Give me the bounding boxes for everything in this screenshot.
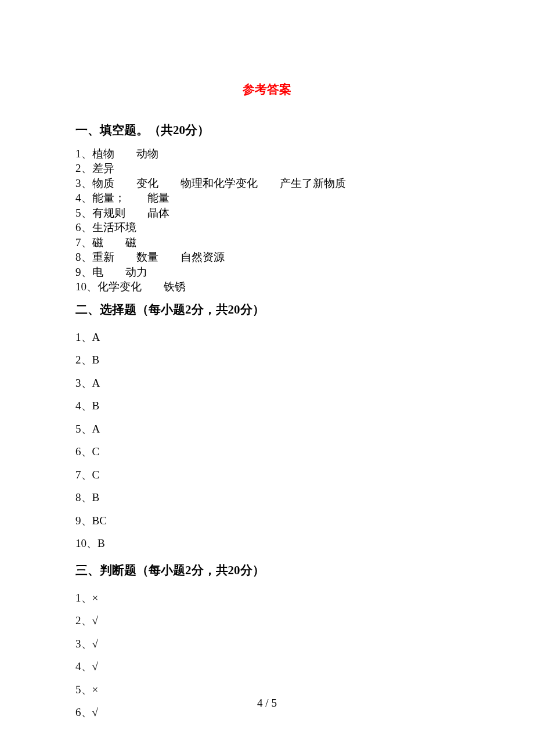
answer-item: 6、C [75,440,459,463]
answer-item: 9、BC [75,509,459,532]
answer-item: 2、√ [75,609,459,632]
section-fill-blank: 一、填空题。（共20分） 1、植物 动物 2、差异 3、物质 变化 物理和化学变… [75,122,459,294]
answer-item: 10、B [75,532,459,555]
answer-item: 5、有规则 晶体 [75,206,459,220]
answer-item: 4、√ [75,655,459,678]
answer-item: 9、电 动力 [75,265,459,279]
answer-item: 4、能量； 能量 [75,190,459,205]
page-number: 4 / 5 [0,697,534,710]
answer-item: 3、A [75,372,459,395]
section-header-2: 二、选择题（每小题2分，共20分） [75,301,459,318]
answer-item: 1、× [75,586,459,610]
answer-item: 10、化学变化 铁锈 [75,279,459,294]
section-header-1: 一、填空题。（共20分） [75,122,459,138]
answer-item: 7、磁 磁 [75,235,459,250]
answer-item: 6、生活环境 [75,220,459,235]
answer-item: 2、差异 [75,161,459,175]
answer-item: 2、B [75,348,459,372]
answer-item: 5、A [75,417,459,441]
answer-item: 1、植物 动物 [75,146,459,161]
answer-item: 1、A [75,326,459,349]
answer-item: 4、B [75,394,459,417]
section-choice: 二、选择题（每小题2分，共20分） 1、A 2、B 3、A 4、B 5、A 6、… [75,301,459,555]
section-header-3: 三、判断题（每小题2分，共20分） [75,562,459,578]
answer-item: 7、C [75,463,459,487]
page-title: 参考答案 [75,81,459,98]
document-page: 参考答案 一、填空题。（共20分） 1、植物 动物 2、差异 3、物质 变化 物… [0,0,534,724]
answer-item: 3、物质 变化 物理和化学变化 产生了新物质 [75,176,459,190]
answer-item: 8、重新 数量 自然资源 [75,250,459,264]
answer-item: 3、√ [75,632,459,656]
answer-item: 8、B [75,486,459,509]
